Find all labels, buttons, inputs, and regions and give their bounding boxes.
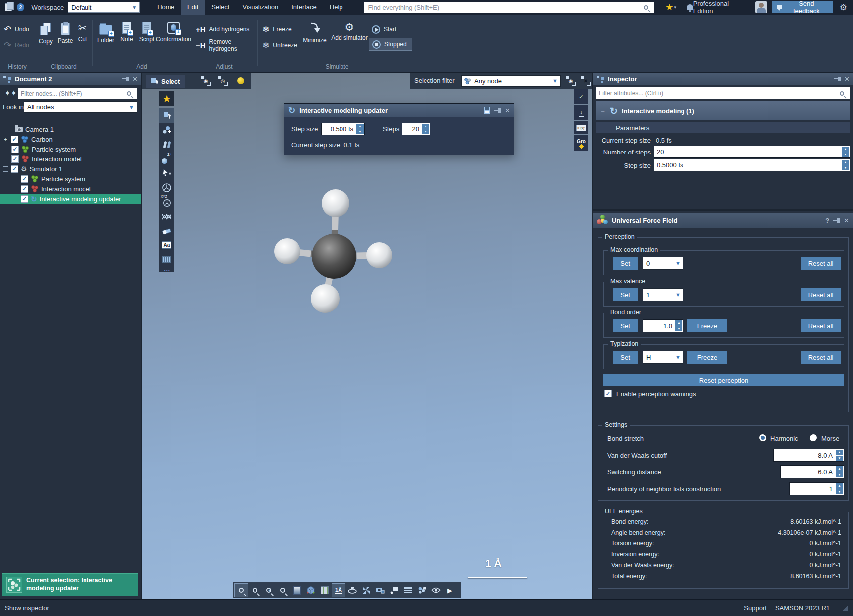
spin-down-icon[interactable]: ▼	[836, 489, 843, 495]
reset-all-button[interactable]: Reset all	[801, 288, 841, 301]
gromacs-setup-button[interactable]: Gro	[574, 135, 588, 151]
spin-up-icon[interactable]: ▲	[836, 450, 843, 455]
hydrogen-atom[interactable]	[311, 284, 340, 313]
viewport-3d[interactable]: Select ◉ ◎ Selection filter Any node ▼ ◉…	[142, 73, 592, 599]
orbit-camera-button[interactable]	[346, 584, 359, 597]
show-selected-button[interactable]: ◉	[199, 74, 213, 88]
set-button[interactable]: Set	[613, 351, 638, 364]
tree-item-interactive-modeling-updater[interactable]: ✓ ↻ Interactive modeling updater	[0, 194, 141, 204]
reset-perception-button[interactable]: Reset perception	[603, 374, 844, 386]
tool-measure[interactable]	[159, 252, 174, 267]
spin-down-icon[interactable]: ▼	[836, 472, 843, 478]
paste-button[interactable]: Paste	[56, 23, 75, 44]
resize-grip[interactable]	[842, 605, 848, 611]
freeze-button[interactable]: ❄ Freeze	[262, 23, 292, 36]
tree-item-particle-system[interactable]: ✓ Particle system	[0, 144, 141, 154]
list-view-button[interactable]	[402, 584, 415, 597]
tree-item-simulator[interactable]: − ✓ ⚙ Simulator 1	[0, 164, 141, 174]
menu-select[interactable]: Select	[205, 0, 236, 15]
spin-up-icon[interactable]: ▲	[675, 320, 682, 326]
tool-more[interactable]: ⋯	[159, 267, 174, 274]
redo-button[interactable]: ↷ Redo	[4, 39, 29, 52]
search-icon[interactable]	[127, 91, 131, 96]
wand-sparkles-icon[interactable]: ✦✦	[4, 89, 17, 98]
presets-ball-button[interactable]	[234, 74, 248, 88]
tree-item-camera[interactable]: Camera 1	[0, 124, 141, 134]
close-icon[interactable]: ✕	[505, 107, 510, 114]
perception-warnings-checkbox[interactable]: ✓	[604, 390, 612, 397]
spin-down-icon[interactable]: ▼	[842, 165, 849, 170]
minimize-button[interactable]: Minimize	[300, 22, 329, 44]
interactive-modeling-updater-dialog[interactable]: ↻ Interactive modeling updater ✕ Step si…	[284, 103, 514, 155]
label-slide-button[interactable]	[388, 584, 401, 597]
selection-export-button[interactable]: ↓	[574, 105, 588, 120]
selection-check-button[interactable]: ✓	[574, 89, 588, 104]
stopped-button[interactable]: Stopped	[369, 38, 412, 51]
favorites-caret-icon[interactable]: ▾	[674, 5, 676, 10]
tool-select[interactable]	[159, 108, 174, 123]
vdw-cutoff-spinner[interactable]: 8.0 A ▲▼	[773, 449, 844, 462]
spin-up-icon[interactable]: ▲	[836, 483, 843, 489]
spin-up-icon[interactable]: ▲	[422, 124, 429, 129]
tree-item-carbon[interactable]: + ✓ Carbon	[0, 134, 141, 144]
notifications-bell-icon[interactable]	[687, 4, 693, 10]
spin-up-icon[interactable]: ▲	[356, 124, 364, 129]
set-button[interactable]: Set	[613, 319, 638, 332]
send-feedback-button[interactable]: Send feedback	[772, 1, 833, 13]
deselect-all-button[interactable]: ✕	[579, 74, 592, 88]
morse-radio[interactable]	[809, 434, 817, 442]
scale-bar-button[interactable]: 1Å	[332, 584, 345, 597]
interpolation-button[interactable]: IP(x):	[574, 121, 588, 134]
spin-down-icon[interactable]: ▼	[836, 456, 843, 461]
tree-item-simulator-particle-system[interactable]: ✓ Particle system	[0, 174, 141, 184]
hydrogen-atom[interactable]	[366, 242, 392, 268]
pin-icon[interactable]	[833, 218, 840, 223]
spin-down-icon[interactable]: ▼	[422, 129, 429, 134]
step-size-spinner[interactable]: 0.5000 fs ▲▼	[654, 159, 850, 171]
cut-button[interactable]: ✂ Cut	[75, 23, 90, 43]
hydrogen-atom[interactable]	[322, 189, 349, 217]
zoom-region-button[interactable]	[249, 584, 261, 597]
expand-icon[interactable]: +	[3, 137, 8, 142]
selection-filter-dropdown[interactable]: Any node ▼	[461, 75, 561, 87]
global-search[interactable]	[364, 2, 655, 13]
version-link[interactable]: SAMSON 2023 R1	[775, 604, 830, 612]
max-valence-dropdown[interactable]: 1 ▼	[643, 288, 683, 301]
number-of-steps-spinner[interactable]: 20 ▲▼	[654, 146, 850, 158]
zoom-in-button[interactable]: +	[262, 584, 275, 597]
spin-down-icon[interactable]: ▼	[842, 152, 849, 157]
favorite-tools-button[interactable]: ★	[159, 91, 174, 106]
documents-icon[interactable]	[5, 3, 12, 11]
tool-text[interactable]: Aa	[159, 238, 174, 252]
steps-spinner[interactable]: 20 ▲▼	[402, 123, 430, 135]
tree-item-simulator-interaction-model[interactable]: ✓ Interaction model	[0, 184, 141, 194]
help-icon[interactable]: ?	[825, 217, 829, 224]
pin-icon[interactable]	[494, 108, 501, 113]
collapse-icon[interactable]: −	[600, 107, 606, 115]
tool-bonds[interactable]	[159, 137, 174, 152]
typization-dropdown[interactable]: H_ ▼	[643, 351, 683, 364]
grid-plane-button[interactable]	[318, 584, 331, 597]
visibility-checkbox[interactable]: ✓	[21, 175, 28, 183]
pin-icon[interactable]	[834, 77, 841, 81]
visibility-checkbox[interactable]: ✓	[21, 185, 28, 193]
freeze-button[interactable]: Freeze	[687, 319, 727, 332]
support-link[interactable]: Support	[744, 604, 767, 612]
tool-twist[interactable]	[159, 209, 174, 224]
add-folder-button[interactable]: + Folder	[94, 23, 117, 44]
search-icon[interactable]	[644, 5, 648, 10]
unfreeze-button[interactable]: ❄ Unfreeze	[262, 39, 297, 52]
settings-gear-icon[interactable]: ⚙	[840, 2, 847, 13]
add-simulator-button[interactable]: ⚙ Add simulator	[330, 22, 369, 41]
visibility-checkbox[interactable]: ✓	[11, 165, 18, 173]
spin-down-icon[interactable]: ▼	[675, 326, 682, 332]
max-coordination-dropdown[interactable]: 0 ▼	[643, 257, 683, 270]
visibility-button[interactable]	[429, 584, 442, 597]
methane-molecule[interactable]	[232, 152, 440, 361]
play-button[interactable]: ▶	[443, 584, 456, 597]
user-avatar[interactable]	[755, 1, 767, 13]
tree-item-interaction-model[interactable]: ✓ Interaction model	[0, 154, 141, 164]
fullscreen-button[interactable]	[360, 584, 373, 597]
add-conformation-button[interactable]: + Conformation	[157, 22, 190, 43]
zoom-out-button[interactable]: −	[276, 584, 289, 597]
